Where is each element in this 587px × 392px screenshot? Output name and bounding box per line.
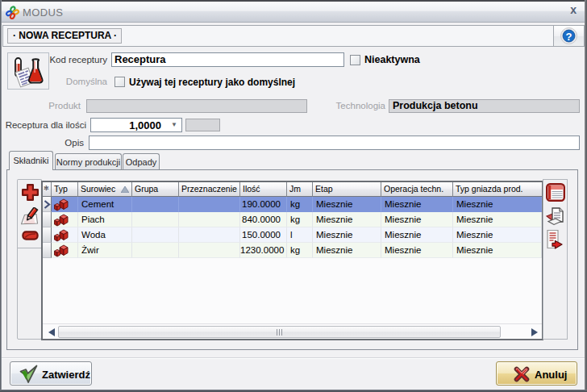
svg-text:?: ? <box>566 31 572 43</box>
